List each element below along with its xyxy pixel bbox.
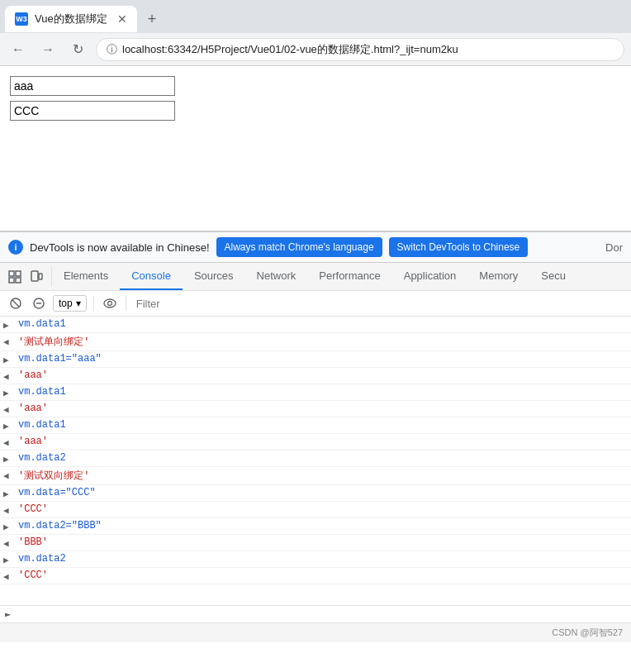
toolbar-divider-2 <box>126 296 126 311</box>
tab-memory[interactable]: Memory <box>467 263 529 290</box>
console-arrow: ▶ <box>3 419 15 431</box>
address-bar-row: ← → ↻ ⓘ localhost:63342/H5Project/Vue01/… <box>0 33 631 66</box>
console-arrow: ▶ <box>3 520 15 532</box>
svg-point-10 <box>104 299 116 307</box>
console-row: ▶vm.data2 <box>0 551 631 568</box>
console-row: ◀'测试单向绑定' <box>0 333 631 351</box>
console-row-text: '测试双向绑定' <box>18 469 631 483</box>
footer-text: CSDN @阿智527 <box>552 627 623 637</box>
svg-rect-2 <box>9 278 14 283</box>
console-row: ◀'BBB' <box>0 535 631 551</box>
console-row: ◀'测试双向绑定' <box>0 467 631 485</box>
console-row-text: vm.data1 <box>18 419 631 431</box>
devtools-notification: i DevTools is now available in Chinese! … <box>0 231 631 262</box>
console-arrow: ◀ <box>3 469 15 481</box>
console-row: ▶vm.data2="BBB" <box>0 518 631 535</box>
svg-rect-1 <box>16 271 21 276</box>
svg-point-11 <box>107 302 111 306</box>
console-toolbar: top ▾ <box>0 291 631 317</box>
tab-favicon: W3 <box>15 12 28 26</box>
notification-dismiss[interactable]: Dor <box>605 241 623 254</box>
svg-rect-3 <box>16 278 21 283</box>
console-row-text: vm.data2 <box>18 553 631 565</box>
reload-button[interactable]: ↻ <box>66 38 89 61</box>
console-arrow: ▶ <box>3 318 15 331</box>
console-arrow: ◀ <box>3 436 15 448</box>
console-row: ▶vm.data1="aaa" <box>0 351 631 368</box>
notification-text: DevTools is now available in Chinese! <box>30 241 210 254</box>
tab-network[interactable]: Network <box>245 263 308 290</box>
tab-console[interactable]: Console <box>120 263 183 290</box>
show-live-expressions-button[interactable] <box>101 294 119 312</box>
tab-close-button[interactable]: ✕ <box>117 12 127 26</box>
active-tab[interactable]: W3 Vue的数据绑定 ✕ <box>5 6 137 32</box>
tab-sources[interactable]: Sources <box>183 263 245 290</box>
address-text: localhost:63342/H5Project/Vue01/02-vue的数… <box>122 42 458 57</box>
console-row: ▶vm.data="CCC" <box>0 485 631 502</box>
new-tab-button[interactable]: + <box>140 7 164 31</box>
device-toolbar-icon[interactable] <box>26 267 46 287</box>
context-label: top <box>59 298 73 309</box>
tab-application[interactable]: Application <box>392 263 468 290</box>
svg-line-7 <box>12 300 19 307</box>
console-prompt-icon: ► <box>5 608 11 620</box>
console-row-text: vm.data2="BBB" <box>18 520 631 531</box>
footer: CSDN @阿智527 <box>0 622 631 642</box>
page-content <box>0 66 631 231</box>
console-arrow: ◀ <box>3 369 15 382</box>
tab-title: Vue的数据绑定 <box>35 12 111 26</box>
console-row: ◀'aaa' <box>0 368 631 384</box>
tab-security[interactable]: Secu <box>529 263 577 290</box>
console-arrow: ◀ <box>3 503 15 516</box>
console-row-text: 'aaa' <box>18 403 631 414</box>
console-row-text: vm.data1 <box>18 386 631 398</box>
javascript-context-select[interactable]: top ▾ <box>53 295 87 312</box>
devtools-tabs: Elements Console Sources Network Perform… <box>52 263 631 290</box>
console-row: ◀'CCC' <box>0 502 631 518</box>
tab-bar: W3 Vue的数据绑定 ✕ + <box>0 0 631 33</box>
input-field-1[interactable] <box>10 76 175 96</box>
svg-rect-5 <box>39 274 42 279</box>
console-row: ▶vm.data2 <box>0 450 631 467</box>
devtools-icons <box>0 267 52 287</box>
console-row-text: vm.data="CCC" <box>18 487 631 498</box>
console-arrow: ▶ <box>3 553 15 565</box>
console-row-text: '测试单向绑定' <box>18 335 631 349</box>
console-arrow: ▶ <box>3 487 15 499</box>
stop-recording-button[interactable] <box>30 294 48 312</box>
console-row-text: 'BBB' <box>18 536 631 548</box>
console-row: ▶vm.data1 <box>0 317 631 333</box>
input-field-2[interactable] <box>10 101 175 121</box>
console-arrow: ◀ <box>3 403 15 415</box>
back-button[interactable]: ← <box>7 38 30 61</box>
console-row-text: 'CCC' <box>18 570 631 581</box>
inspect-element-icon[interactable] <box>5 267 25 287</box>
console-row-text: vm.data1="aaa" <box>18 353 631 365</box>
match-language-button[interactable]: Always match Chrome's language <box>216 237 382 257</box>
console-row: ◀'CCC' <box>0 568 631 584</box>
tab-elements[interactable]: Elements <box>52 263 120 290</box>
console-filter-input[interactable] <box>133 296 624 312</box>
console-row: ▶vm.data1 <box>0 417 631 434</box>
forward-button[interactable]: → <box>36 38 59 61</box>
info-icon: i <box>8 240 23 255</box>
console-row: ◀'aaa' <box>0 401 631 417</box>
console-row-text: 'CCC' <box>18 503 631 515</box>
devtools-toolbar: Elements Console Sources Network Perform… <box>0 263 631 291</box>
console-input-row: ► <box>0 605 631 622</box>
console-row: ▶vm.data1 <box>0 384 631 401</box>
tab-performance[interactable]: Performance <box>307 263 391 290</box>
dropdown-icon: ▾ <box>76 298 81 309</box>
switch-chinese-button[interactable]: Switch DevTools to Chinese <box>389 237 529 257</box>
console-arrow: ◀ <box>3 335 15 347</box>
devtools-panel: Elements Console Sources Network Perform… <box>0 262 631 642</box>
svg-rect-4 <box>31 271 38 281</box>
clear-console-button[interactable] <box>7 294 25 312</box>
console-row-text: vm.data1 <box>18 318 631 330</box>
console-row-text: vm.data2 <box>18 452 631 464</box>
console-row-text: 'aaa' <box>18 369 631 381</box>
console-arrow: ◀ <box>3 536 15 549</box>
console-row-text: 'aaa' <box>18 436 631 447</box>
console-output: ▶vm.data1◀'测试单向绑定'▶vm.data1="aaa"◀'aaa'▶… <box>0 317 631 605</box>
address-bar[interactable]: ⓘ localhost:63342/H5Project/Vue01/02-vue… <box>96 38 624 61</box>
